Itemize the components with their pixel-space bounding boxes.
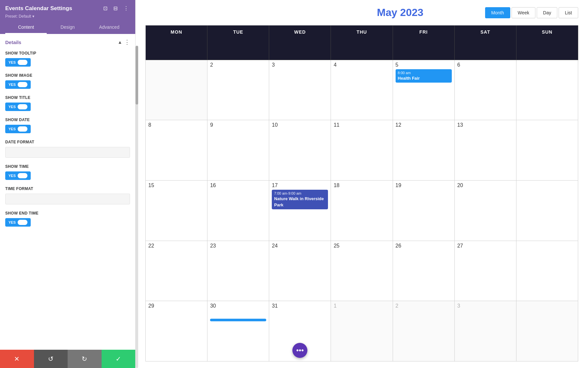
cell-may29[interactable]: 29 [146, 301, 207, 361]
time-format-label: Time Format [5, 186, 130, 191]
sidebar-header-icons: ⊡ ⊟ ⋮ [102, 5, 130, 12]
cell-may14[interactable] [516, 120, 578, 181]
toggle-yes-text: YES [8, 105, 16, 109]
cell-may17[interactable]: 17 7:00 am-9:00 am Nature Walk in Rivers… [269, 181, 331, 241]
show-tooltip-toggle[interactable]: YES [5, 58, 31, 67]
show-title-group: Show Title YES [5, 95, 130, 111]
cell-may15[interactable]: 15 [146, 181, 207, 241]
toggle-yes-text: YES [8, 83, 16, 87]
cell-may16[interactable]: 16 [207, 181, 269, 241]
cell-may31[interactable]: 31 ••• [269, 301, 331, 361]
toggle-yes-text: YES [8, 220, 16, 224]
view-list-btn[interactable]: List [559, 7, 578, 18]
toggle-knob [18, 220, 27, 225]
view-month-btn[interactable]: Month [485, 7, 510, 18]
time-format-input[interactable] [5, 194, 130, 204]
details-section-header: Details ▲ ⋮ [5, 39, 130, 45]
cell-may2[interactable]: 2 [207, 60, 269, 120]
toggle-knob [18, 126, 27, 132]
show-date-label: Show Date [5, 118, 130, 122]
date-format-label: Date Format [5, 140, 130, 144]
show-tooltip-group: Show Tooltip YES [5, 51, 130, 67]
cell-jun1[interactable]: 1 [331, 301, 393, 361]
view-buttons: Month Week Day List [485, 7, 578, 18]
save-button[interactable]: ✓ [102, 350, 136, 368]
cell-may12[interactable]: 12 [393, 120, 455, 181]
tab-content[interactable]: Content [5, 21, 47, 34]
time-format-group: Time Format [5, 186, 130, 204]
health-fair-time: 8:00 am [398, 71, 449, 75]
nature-walk-time: 7:00 am-9:00 am [274, 191, 326, 196]
cell-may24[interactable]: 24 [269, 241, 331, 301]
cell-may4[interactable]: 4 [331, 60, 393, 120]
tab-advanced[interactable]: Advanced [89, 21, 130, 34]
tab-design[interactable]: Design [47, 21, 88, 34]
undo-button[interactable]: ↺ [34, 350, 68, 368]
toggle-yes-text: YES [8, 174, 16, 178]
cell-may26[interactable]: 26 [393, 241, 455, 301]
header-tue: TUE [207, 25, 269, 60]
scroll-track[interactable] [136, 46, 138, 368]
expand-icon-btn[interactable]: ⊡ [102, 5, 109, 12]
layout-icon-btn[interactable]: ⊟ [112, 5, 119, 12]
toggle-knob [18, 173, 27, 178]
header-mon: MON [146, 25, 207, 60]
header-wed: WED [269, 25, 331, 60]
sidebar-body: Details ▲ ⋮ Show Tooltip YES Show Image … [0, 34, 135, 350]
cell-jun4[interactable] [516, 301, 578, 361]
bottom-event[interactable] [210, 319, 266, 321]
health-fair-name: Health Fair [398, 75, 449, 81]
cell-jun2[interactable]: 2 [393, 301, 455, 361]
fab-button[interactable]: ••• [292, 343, 307, 358]
sidebar-header: Events Calendar Settings ⊡ ⊟ ⋮ Preset: D… [0, 0, 135, 34]
cell-may23[interactable]: 23 [207, 241, 269, 301]
cell-may25[interactable]: 25 [331, 241, 393, 301]
show-image-label: Show Image [5, 73, 130, 78]
cell-may9[interactable]: 9 [207, 120, 269, 181]
sidebar-footer: ✕ ↺ ↻ ✓ [0, 350, 135, 368]
cell-may8[interactable]: 8 [146, 120, 207, 181]
cell-may5[interactable]: 5 8:00 am Health Fair [393, 60, 455, 120]
cell-apr30[interactable] [146, 60, 207, 120]
date-format-input[interactable] [5, 147, 130, 158]
calendar-grid: MON TUE WED THU FRI SAT SUN 2 3 4 5 8:00… [145, 25, 578, 361]
view-week-btn[interactable]: Week [512, 7, 536, 18]
cell-may11[interactable]: 11 [331, 120, 393, 181]
cell-may28[interactable] [516, 241, 578, 301]
cell-may13[interactable]: 13 [455, 120, 516, 181]
scroll-thumb [136, 46, 138, 104]
cell-may6[interactable]: 6 [455, 60, 516, 120]
cell-may22[interactable]: 22 [146, 241, 207, 301]
preset-label[interactable]: Preset: Default ▾ [5, 14, 130, 19]
nature-walk-name: Nature Walk in Riverside Park [274, 196, 326, 208]
nature-walk-event[interactable]: 7:00 am-9:00 am Nature Walk in Riverside… [272, 190, 328, 209]
sidebar: Events Calendar Settings ⊡ ⊟ ⋮ Preset: D… [0, 0, 136, 368]
cell-may18[interactable]: 18 [331, 181, 393, 241]
cell-may21[interactable] [516, 181, 578, 241]
header-sat: SAT [455, 25, 516, 60]
more-icon-btn[interactable]: ⋮ [122, 5, 130, 12]
sidebar-title: Events Calendar Settings [5, 5, 72, 12]
calendar-top: May 2023 Month Week Day List [145, 7, 578, 19]
section-collapse-btn[interactable]: ▲ [118, 40, 122, 45]
view-day-btn[interactable]: Day [537, 7, 557, 18]
cancel-button[interactable]: ✕ [0, 350, 34, 368]
show-time-toggle[interactable]: YES [5, 171, 31, 180]
toggle-yes-text: YES [8, 60, 16, 64]
cell-jun3[interactable]: 3 [455, 301, 516, 361]
cell-may27[interactable]: 27 [455, 241, 516, 301]
show-title-toggle[interactable]: YES [5, 103, 31, 111]
show-end-time-toggle[interactable]: YES [5, 218, 31, 227]
cell-may19[interactable]: 19 [393, 181, 455, 241]
cell-may10[interactable]: 10 [269, 120, 331, 181]
cell-may3[interactable]: 3 [269, 60, 331, 120]
redo-button[interactable]: ↻ [68, 350, 102, 368]
cell-may20[interactable]: 20 [455, 181, 516, 241]
show-end-time-group: Show End Time YES [5, 211, 130, 227]
health-fair-event[interactable]: 8:00 am Health Fair [396, 69, 452, 83]
cell-may30[interactable]: 30 [207, 301, 269, 361]
cell-may7[interactable] [516, 60, 578, 120]
show-date-toggle[interactable]: YES [5, 125, 31, 133]
section-menu-btn[interactable]: ⋮ [124, 39, 130, 45]
show-image-toggle[interactable]: YES [5, 80, 31, 89]
